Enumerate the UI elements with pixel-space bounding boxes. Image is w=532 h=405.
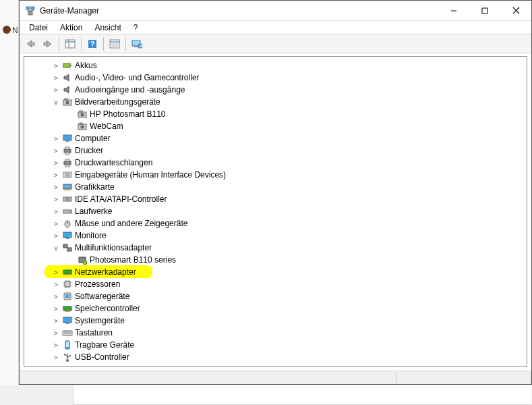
chevron-right-icon[interactable]: >: [51, 329, 61, 337]
scan-hardware-button[interactable]: [129, 36, 145, 51]
chevron-down-icon[interactable]: v: [51, 244, 61, 252]
maximize-button[interactable]: [469, 1, 500, 20]
tree-item-monitors[interactable]: > Monitore: [24, 230, 527, 242]
toolbar-separator: [125, 37, 126, 51]
back-button[interactable]: [22, 36, 38, 51]
tree-item-hp-photosmart[interactable]: HP Photosmart B110: [24, 108, 527, 120]
device-tree-container[interactable]: > Akkus > Audio-, Video- und Gamecontrol…: [24, 56, 527, 367]
toolbar-separator: [59, 37, 59, 51]
menu-view[interactable]: Ansicht: [89, 22, 126, 33]
titlebar: Geräte-Manager: [20, 1, 531, 21]
chevron-right-icon[interactable]: >: [51, 354, 61, 361]
tree-item-cpu[interactable]: > Prozessoren: [24, 278, 527, 290]
close-button[interactable]: [500, 1, 531, 20]
chevron-right-icon[interactable]: >: [51, 342, 61, 349]
tree-item-graphics[interactable]: > Grafikkarte: [24, 181, 527, 193]
chevron-right-icon[interactable]: >: [51, 293, 61, 300]
tree-label: Speichercontroller: [75, 304, 140, 313]
monitor-icon: [62, 133, 73, 144]
toolbar-separator: [103, 37, 104, 51]
multifunction-icon: [62, 242, 73, 253]
toolbar-separator: [81, 37, 82, 51]
svg-point-35: [81, 126, 84, 129]
chevron-right-icon[interactable]: >: [51, 269, 61, 276]
chevron-right-icon[interactable]: >: [51, 171, 61, 179]
tree-item-storage[interactable]: > Speichercontroller: [24, 302, 527, 315]
window-title: Geräte-Manager: [40, 6, 438, 16]
status-segment: [396, 371, 531, 384]
tree-item-drives[interactable]: > Laufwerke: [24, 205, 527, 217]
window-controls: [438, 1, 531, 20]
chevron-right-icon[interactable]: >: [51, 159, 61, 167]
chevron-right-icon[interactable]: >: [51, 184, 61, 191]
svg-rect-77: [63, 306, 71, 310]
svg-rect-30: [65, 99, 67, 100]
minimize-button[interactable]: [438, 1, 469, 20]
multifunction-device-icon: [77, 254, 88, 265]
tree-label: Mäuse und andere Zeigegeräte: [75, 219, 187, 228]
window-icon: [25, 5, 36, 16]
menubar: Datei Aktion Ansicht ?: [20, 21, 531, 34]
tree-item-multifunc[interactable]: v Multifunktionsadapter: [24, 242, 527, 254]
tree-item-printer[interactable]: > Drucker: [24, 144, 527, 157]
svg-rect-27: [70, 65, 71, 66]
tree-item-usb[interactable]: > USB-Controller: [24, 351, 527, 363]
tree-item-network-adapters[interactable]: > Netzwerkadapter: [24, 266, 527, 278]
svg-rect-36: [80, 123, 82, 124]
svg-rect-80: [66, 323, 69, 324]
tree-item-mice[interactable]: > Mäuse und andere Zeigegeräte: [24, 217, 527, 230]
chevron-right-icon[interactable]: >: [51, 220, 61, 227]
svg-rect-61: [67, 248, 71, 251]
tree-item-akkus[interactable]: > Akkus: [24, 59, 527, 72]
tree-item-webcam[interactable]: WebCam: [24, 120, 527, 132]
show-hide-tree-button[interactable]: [62, 36, 78, 51]
menu-action[interactable]: Aktion: [55, 22, 88, 33]
background-bottom-panel: [73, 381, 531, 405]
tree-item-audioio[interactable]: > Audioeingänge und -ausgänge: [24, 84, 527, 96]
chevron-right-icon[interactable]: >: [51, 281, 61, 288]
tree-item-imaging[interactable]: v Bildverarbeitungsgeräte: [24, 96, 527, 108]
statusbar: [20, 371, 531, 384]
svg-rect-44: [65, 165, 69, 167]
tree-item-photosmart-series[interactable]: Photosmart B110 series: [24, 254, 527, 266]
tree-item-ide[interactable]: > IDE ATA/ATAPI-Controller: [24, 193, 527, 205]
chevron-down-icon[interactable]: v: [51, 99, 61, 106]
chevron-right-icon[interactable]: >: [51, 305, 61, 313]
tree-item-keyboards[interactable]: > Tastaturen: [24, 327, 527, 339]
svg-rect-51: [63, 197, 71, 201]
svg-rect-64: [63, 270, 71, 274]
display-adapter-icon: [62, 182, 73, 192]
camera-icon: [77, 109, 88, 119]
device-tree: > Akkus > Audio-, Video- und Gamecontrol…: [24, 57, 527, 366]
tree-item-audio[interactable]: > Audio-, Video- und Gamecontroller: [24, 72, 527, 84]
tree-label: Drucker: [75, 146, 103, 155]
chevron-right-icon[interactable]: >: [51, 135, 61, 142]
svg-rect-12: [44, 43, 47, 45]
tree-item-computer[interactable]: > Computer: [24, 132, 527, 144]
chevron-right-icon[interactable]: >: [51, 147, 61, 155]
svg-rect-78: [65, 310, 70, 312]
chevron-right-icon[interactable]: >: [51, 86, 61, 94]
tree-item-software[interactable]: > Softwaregeräte: [24, 290, 527, 302]
forward-button[interactable]: [40, 36, 56, 51]
svg-point-32: [81, 113, 84, 117]
help-button[interactable]: ?: [84, 36, 100, 51]
camera-icon: [62, 97, 73, 107]
chevron-right-icon[interactable]: >: [51, 74, 61, 82]
chevron-right-icon[interactable]: >: [51, 196, 61, 203]
chevron-right-icon[interactable]: >: [51, 62, 61, 70]
properties-button[interactable]: [107, 36, 123, 51]
tree-item-printqueue[interactable]: > Druckwarteschlangen: [24, 157, 527, 169]
tree-item-hid[interactable]: > Eingabegeräte (Human Interface Devices…: [24, 169, 527, 181]
svg-point-86: [66, 359, 69, 362]
svg-rect-22: [132, 40, 140, 46]
menu-help[interactable]: ?: [128, 22, 144, 33]
tree-item-system[interactable]: > Systemgeräte: [24, 315, 527, 327]
tree-item-portable[interactable]: > Tragbare Geräte: [24, 339, 527, 351]
svg-rect-38: [66, 140, 69, 142]
svg-rect-58: [63, 232, 71, 238]
chevron-right-icon[interactable]: >: [51, 208, 61, 215]
menu-file[interactable]: Datei: [24, 22, 53, 33]
chevron-right-icon[interactable]: >: [51, 317, 61, 325]
chevron-right-icon[interactable]: >: [51, 232, 61, 240]
